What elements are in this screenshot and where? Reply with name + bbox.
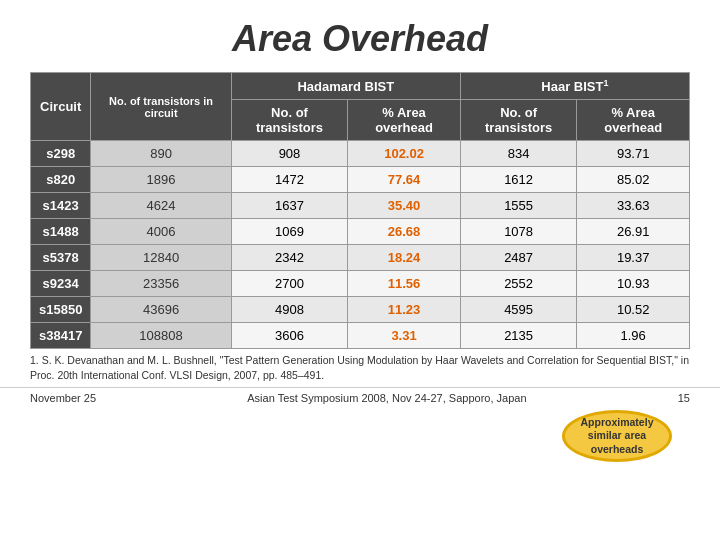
cell-hadamard-trans: 1637	[231, 193, 348, 219]
footnote: 1. S. K. Devanathan and M. L. Bushnell, …	[0, 349, 720, 384]
cell-transistors: 23356	[91, 271, 231, 297]
cell-hadamard-trans: 908	[231, 141, 348, 167]
cell-hadamard-pct: 18.24	[348, 245, 461, 271]
col-haar-trans: No. of transistors	[460, 100, 577, 141]
cell-circuit: s5378	[31, 245, 91, 271]
cell-hadamard-pct: 3.31	[348, 323, 461, 349]
cell-transistors: 108808	[91, 323, 231, 349]
bottom-center: Asian Test Symposium 2008, Nov 24-27, Sa…	[247, 392, 526, 404]
cell-circuit: s1423	[31, 193, 91, 219]
col-transistors: No. of transistors in circuit	[91, 73, 231, 141]
cell-hadamard-pct: 35.40	[348, 193, 461, 219]
cell-haar-pct: 85.02	[577, 167, 690, 193]
cell-circuit: s820	[31, 167, 91, 193]
table-wrapper: Circuit No. of transistors in circuit Ha…	[0, 72, 720, 349]
cell-hadamard-trans: 3606	[231, 323, 348, 349]
cell-hadamard-pct: 11.56	[348, 271, 461, 297]
cell-hadamard-trans: 2700	[231, 271, 348, 297]
cell-hadamard-pct: 77.64	[348, 167, 461, 193]
cell-transistors: 890	[91, 141, 231, 167]
col-haar-pct: % Area overhead	[577, 100, 690, 141]
cell-haar-pct: 93.71	[577, 141, 690, 167]
cell-hadamard-pct: 11.23	[348, 297, 461, 323]
cell-haar-trans: 2552	[460, 271, 577, 297]
cell-hadamard-trans: 2342	[231, 245, 348, 271]
table-row: s923423356270011.56255210.93	[31, 271, 690, 297]
cell-circuit: s1488	[31, 219, 91, 245]
cell-transistors: 43696	[91, 297, 231, 323]
col-haar: Haar BIST1	[460, 73, 689, 100]
col-hadamard-pct: % Area overhead	[348, 100, 461, 141]
table-row: s1585043696490811.23459510.52	[31, 297, 690, 323]
cell-haar-trans: 834	[460, 141, 577, 167]
bottom-left: November 25	[30, 392, 96, 404]
cell-circuit: s15850	[31, 297, 91, 323]
table-row: s14884006106926.68107826.91	[31, 219, 690, 245]
table-row: s3841710880836063.3121351.96	[31, 323, 690, 349]
cell-haar-trans: 2135	[460, 323, 577, 349]
page-title: Area Overhead	[0, 0, 720, 72]
table-row: s8201896147277.64161285.02	[31, 167, 690, 193]
cell-circuit: s298	[31, 141, 91, 167]
cell-haar-pct: 10.52	[577, 297, 690, 323]
cell-transistors: 1896	[91, 167, 231, 193]
cell-haar-pct: 1.96	[577, 323, 690, 349]
table-row: s298890908102.0283493.71	[31, 141, 690, 167]
col-circuit: Circuit	[31, 73, 91, 141]
cell-hadamard-trans: 1472	[231, 167, 348, 193]
cell-haar-trans: 1612	[460, 167, 577, 193]
table-header-row-1: Circuit No. of transistors in circuit Ha…	[31, 73, 690, 100]
cell-transistors: 4624	[91, 193, 231, 219]
cell-haar-pct: 10.93	[577, 271, 690, 297]
cell-haar-trans: 1555	[460, 193, 577, 219]
table-row: s537812840234218.24248719.37	[31, 245, 690, 271]
cell-haar-pct: 19.37	[577, 245, 690, 271]
cell-haar-trans: 1078	[460, 219, 577, 245]
cell-circuit: s9234	[31, 271, 91, 297]
bottom-right: 15	[678, 392, 690, 404]
col-hadamard-trans: No. of transistors	[231, 100, 348, 141]
annotation-bubble: Approximately similar area overheads	[562, 410, 672, 462]
cell-hadamard-pct: 102.02	[348, 141, 461, 167]
cell-haar-trans: 2487	[460, 245, 577, 271]
table-body: s298890908102.0283493.71s8201896147277.6…	[31, 141, 690, 349]
area-overhead-table: Circuit No. of transistors in circuit Ha…	[30, 72, 690, 349]
col-hadamard: Hadamard BIST	[231, 73, 460, 100]
cell-transistors: 12840	[91, 245, 231, 271]
cell-haar-trans: 4595	[460, 297, 577, 323]
cell-hadamard-trans: 1069	[231, 219, 348, 245]
cell-hadamard-pct: 26.68	[348, 219, 461, 245]
cell-hadamard-trans: 4908	[231, 297, 348, 323]
bottom-bar: November 25 Asian Test Symposium 2008, N…	[0, 387, 720, 408]
cell-haar-pct: 26.91	[577, 219, 690, 245]
table-row: s14234624163735.40155533.63	[31, 193, 690, 219]
cell-circuit: s38417	[31, 323, 91, 349]
cell-haar-pct: 33.63	[577, 193, 690, 219]
cell-transistors: 4006	[91, 219, 231, 245]
